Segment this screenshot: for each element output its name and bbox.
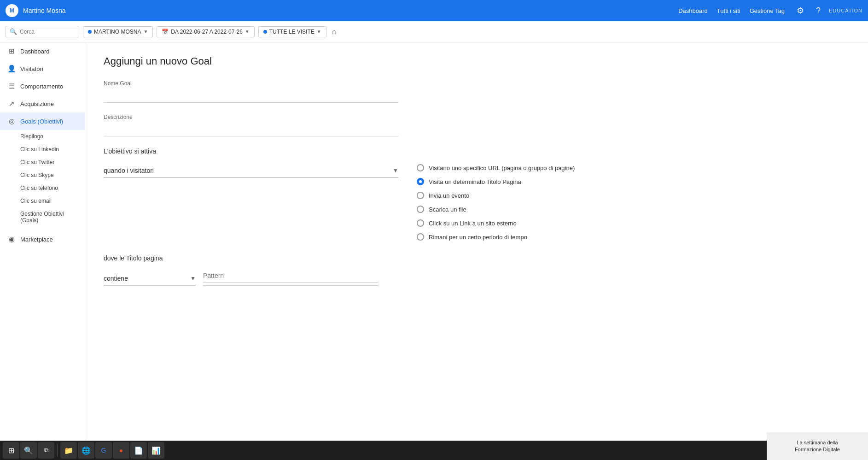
- visitatori-icon: 👤: [7, 65, 16, 73]
- radio-circle-2: [417, 192, 424, 199]
- filter-user-label: MARTINO MOSNA: [94, 29, 141, 35]
- sidebar-item-visitatori[interactable]: 👤 Visitatori: [0, 60, 85, 77]
- sidebar-item-goals-label: Goals (Obiettivi): [20, 118, 63, 125]
- app1-button[interactable]: 📄: [130, 442, 147, 459]
- chevron-down-icon-3: ▼: [317, 29, 321, 34]
- sidebar-item-marketplace[interactable]: ◉ Marketplace: [0, 230, 85, 248]
- filter-date-label: DA 2022-06-27 A 2022-07-26: [171, 29, 242, 35]
- sidebar-item-marketplace-label: Marketplace: [20, 236, 53, 243]
- comportamento-icon: ☰: [7, 82, 16, 90]
- radio-option-2[interactable]: Invia un evento: [417, 192, 575, 199]
- radio-label-0: Visitano uno specifico URL (pagina o gru…: [429, 165, 575, 171]
- taskview-icon: ⧉: [44, 447, 48, 454]
- sidebar-sub-skype[interactable]: Clic su Skype: [0, 169, 85, 182]
- gear-icon[interactable]: ⚙: [797, 6, 804, 16]
- help-icon[interactable]: ?: [816, 6, 821, 16]
- taskbar-separator: [57, 444, 58, 457]
- where-row: contiene ▼: [104, 269, 850, 286]
- filter-pill-date[interactable]: 📅 DA 2022-06-27 A 2022-07-26 ▼: [157, 26, 254, 37]
- radio-label-3: Scarica un file: [429, 206, 466, 213]
- descrizione-input[interactable]: [104, 123, 398, 136]
- radio-option-0[interactable]: Visitano uno specifico URL (pagina o gru…: [417, 164, 575, 171]
- taskbar: ⊞ 🔍 ⧉ 📁 🌐 G ● 📄 📊 📶 🔊 16:24 27/07/2022: [0, 441, 868, 460]
- radio-label-5: Rimani per un certo periodo di tempo: [429, 234, 527, 241]
- chevron-down-icon-2: ▼: [245, 29, 250, 34]
- nav-tutti-i-siti[interactable]: Tutti i siti: [717, 7, 740, 14]
- home-icon[interactable]: ⌂: [332, 28, 337, 36]
- trigger-dropdown-arrow-icon: ▼: [393, 167, 398, 174]
- sidebar-sub-email[interactable]: Clic su email: [0, 195, 85, 207]
- sidebar-item-visitatori-label: Visitatori: [20, 65, 43, 72]
- logo-text: M: [10, 7, 14, 14]
- obiettivo-title: L'obiettivo si attiva: [104, 147, 850, 155]
- search-input[interactable]: [20, 29, 75, 35]
- radio-options: Visitano uno specifico URL (pagina o gru…: [417, 164, 575, 241]
- taskview-button[interactable]: ⧉: [38, 442, 54, 459]
- sidebar-sub-twitter[interactable]: Clic su Twitter: [0, 156, 85, 169]
- education-label: EDUCATION: [829, 8, 862, 13]
- radio-option-3[interactable]: Scarica un file: [417, 206, 575, 213]
- nav-gestione-tag[interactable]: Gestione Tag: [750, 7, 785, 14]
- radio-circle-1: [417, 178, 424, 185]
- filterbar: 🔍 MARTINO MOSNA ▼ 📅 DA 2022-06-27 A 2022…: [0, 21, 868, 42]
- sidebar-item-dashboard-label: Dashboard: [20, 48, 50, 55]
- marketplace-icon: ◉: [7, 235, 16, 243]
- browser3-icon: ●: [119, 447, 123, 454]
- user-name: Martino Mosna: [23, 7, 674, 14]
- descrizione-group: Descrizione: [104, 114, 850, 136]
- trigger-dropdown[interactable]: quando i visitatori ▼: [104, 164, 398, 177]
- filter-pill-visits[interactable]: TUTTE LE VISITE ▼: [258, 26, 326, 37]
- sidebar-item-comportamento-label: Comportamento: [20, 83, 63, 90]
- where-condition-text: contiene: [104, 275, 128, 282]
- chevron-down-icon: ▼: [143, 29, 148, 34]
- radio-option-4[interactable]: Click su un Link a un sito esterno: [417, 219, 575, 227]
- radio-circle-4: [417, 219, 424, 227]
- page-title: Aggiungi un nuovo Goal: [104, 55, 850, 67]
- goals-icon: ◎: [7, 117, 16, 125]
- radio-label-2: Invia un evento: [429, 192, 469, 199]
- sidebar-item-acquisizione[interactable]: ↗ Acquisizione: [0, 95, 85, 112]
- start-button[interactable]: ⊞: [3, 442, 19, 459]
- sidebar-sub-gestione[interactable]: Gestione Obiettivi (Goals): [0, 207, 85, 227]
- logo: M: [6, 4, 18, 17]
- radio-option-1[interactable]: Visita un determinato Titolo Pagina: [417, 178, 575, 185]
- radio-option-5[interactable]: Rimani per un certo periodo di tempo: [417, 233, 575, 241]
- filter-pill-user[interactable]: MARTINO MOSNA ▼: [83, 26, 153, 37]
- search-icon: 🔍: [10, 28, 17, 35]
- browser3-button[interactable]: ●: [113, 442, 129, 459]
- app2-icon: 📊: [151, 446, 161, 455]
- radio-label-1: Visita un determinato Titolo Pagina: [429, 178, 521, 185]
- user-dot: [88, 30, 92, 34]
- nome-goal-label: Nome Goal: [104, 80, 850, 87]
- topnav-links: Dashboard Tutti i siti Gestione Tag ⚙ ?: [678, 6, 821, 16]
- nav-dashboard[interactable]: Dashboard: [678, 7, 708, 14]
- pattern-input[interactable]: [203, 269, 378, 283]
- file-explorer-button[interactable]: 📁: [60, 442, 77, 459]
- visits-dot: [263, 30, 267, 34]
- radio-label-4: Click su un Link a un sito esterno: [429, 220, 517, 227]
- acquisizione-icon: ↗: [7, 100, 16, 108]
- sidebar-sub-linkedin[interactable]: Clic su Linkedin: [0, 143, 85, 156]
- where-dropdown[interactable]: contiene ▼: [104, 272, 196, 285]
- radio-circle-3: [417, 206, 424, 213]
- sidebar-item-acquisizione-label: Acquisizione: [20, 100, 54, 107]
- sidebar-item-dashboard[interactable]: ⊞ Dashboard: [0, 42, 85, 60]
- sidebar-item-comportamento[interactable]: ☰ Comportamento: [0, 77, 85, 95]
- pattern-input-wrap: [203, 269, 378, 286]
- search-taskbar-button[interactable]: 🔍: [20, 442, 37, 459]
- sidebar-item-goals[interactable]: ◎ Goals (Obiettivi): [0, 112, 85, 130]
- sidebar-sub-riepilogo[interactable]: Riepilogo: [0, 130, 85, 143]
- nome-goal-input[interactable]: [104, 89, 398, 103]
- app2-button[interactable]: 📊: [148, 442, 164, 459]
- browser1-button[interactable]: 🌐: [78, 442, 94, 459]
- browser1-icon: 🌐: [82, 446, 91, 455]
- where-section: dove le Titolo pagina contiene ▼: [104, 254, 850, 286]
- obiettivo-section: L'obiettivo si attiva quando i visitator…: [104, 147, 850, 241]
- sidebar-sub-telefono[interactable]: Clic su telefono: [0, 182, 85, 195]
- where-title: dove le Titolo pagina: [104, 254, 850, 262]
- browser2-icon: G: [101, 447, 106, 454]
- search-box[interactable]: 🔍: [6, 26, 79, 37]
- browser2-button[interactable]: G: [95, 442, 112, 459]
- corner-promo: La settimana della Formazione Digitale: [767, 432, 868, 460]
- nome-goal-group: Nome Goal: [104, 80, 850, 103]
